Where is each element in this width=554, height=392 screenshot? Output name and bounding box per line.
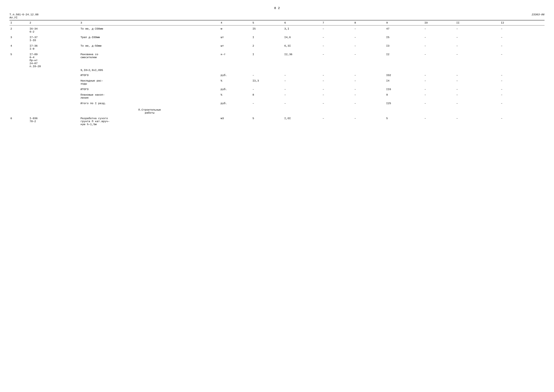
table-row: Итого по I разд. руб. – – – – I25 – – – bbox=[9, 101, 545, 105]
col-header-10: IO bbox=[423, 20, 456, 25]
main-table: I 2 3 4 5 6 7 8 9 IO II I2 2 I6–34 6–2 Т… bbox=[9, 20, 545, 126]
col-header-2: 2 bbox=[28, 20, 80, 25]
col-header-5: 5 bbox=[252, 20, 284, 25]
col-header-11: II bbox=[455, 20, 500, 25]
col-header-3: 3 bbox=[80, 20, 220, 25]
table-row: Плановые накоп– ления % 8 – – – 9 – – – bbox=[9, 93, 545, 100]
page-number: 8 2 bbox=[9, 6, 545, 10]
col-header-1: I bbox=[9, 20, 28, 25]
col-header-7: 7 bbox=[322, 20, 353, 25]
header-row: Т.п.501-6-24.12.88 Ал.УI 23363-06 bbox=[9, 13, 545, 19]
table-header: I 2 3 4 5 6 7 8 9 IO II I2 bbox=[9, 20, 545, 25]
table-row: 5 I7–89 6–4 Пр–нт 24–07 п.I8–20 Раковина… bbox=[9, 52, 545, 69]
table-row: 2 I6–34 6–2 То же, д–IOOмм м I5 3,I – – … bbox=[9, 27, 545, 34]
table-row: 3 I7–37 I–IO Трап д–IOOмм шт I I4,6 – – … bbox=[9, 35, 545, 42]
table-row: 6 I–936 78–2 Разработка сухого грунта П … bbox=[9, 116, 545, 126]
header-right: 23363-06 bbox=[532, 13, 545, 16]
col-header-12: I2 bbox=[500, 20, 545, 25]
col-header-6: 6 bbox=[283, 20, 322, 25]
table-row: Накладные рас– ходы % I3,3 – – – I4 – – … bbox=[9, 79, 545, 86]
col-header-8: 8 bbox=[353, 20, 385, 25]
table-row: П.Строительные работы bbox=[9, 107, 545, 115]
header-left: Т.п.501-6-24.12.88 Ал.УI bbox=[9, 13, 39, 19]
col-header-9: 9 bbox=[385, 20, 423, 25]
table-row: 4 I7–36 I–9 То же, д–5Oмм шт 2 6,3I – – … bbox=[9, 44, 545, 51]
table-row: 9,I8+2,9хI,095 bbox=[9, 69, 545, 72]
table-row: ИТОГО руб. – – – – II6 – – – bbox=[9, 87, 545, 91]
table-row: ИТОГО руб. – – – – IO2 – – – bbox=[9, 73, 545, 77]
col-header-4: 4 bbox=[220, 20, 252, 25]
